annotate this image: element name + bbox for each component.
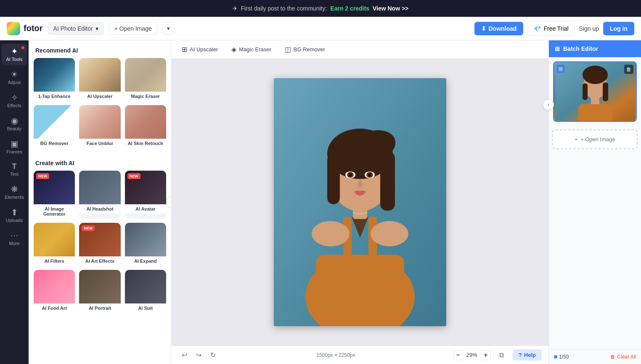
tool-card-magic-eraser-image [125, 58, 166, 92]
sidebar-item-effects-label: Effects [7, 103, 21, 108]
right-sidebar-collapse-button[interactable]: › [543, 99, 554, 110]
uploads-icon: ⬆ [11, 208, 18, 216]
sidebar-item-beauty[interactable]: ◉ Beauty [2, 113, 27, 135]
sidebar-item-ai-tools[interactable]: ✦ AI Tools [2, 44, 27, 65]
help-label: Help [524, 352, 536, 358]
canvas-magic-eraser-label: Magic Eraser [239, 46, 271, 53]
batch-footer: 1/50 🗑 Clear All [549, 349, 641, 364]
create-with-ai-grid: NEW AI Image Generator AI Headshot NEW A… [29, 171, 171, 318]
tool-card-skin-retouch-label: AI Skin Retouch [125, 139, 166, 148]
canvas-area: ⊞ AI Upscaler ◈ Magic Eraser ◫ BG Remove… [172, 40, 548, 364]
banner-view-now-link[interactable]: View Now >> [373, 5, 408, 12]
tool-card-ai-art[interactable]: NEW AI Art Effects [79, 223, 120, 266]
login-label: Log in [610, 25, 628, 32]
magic-eraser-toolbar-icon: ◈ [231, 45, 236, 53]
tool-card-upscaler[interactable]: AI Upscaler [79, 58, 120, 101]
new-badge-ai-art: NEW [82, 225, 95, 231]
trash-icon: 🗑 [610, 354, 615, 360]
svg-point-23 [583, 66, 608, 84]
canvas-bg-remover-button[interactable]: ◫ BG Remover [281, 44, 328, 55]
tool-card-ai-expand[interactable]: AI Expand [125, 223, 166, 266]
tool-card-magic-eraser[interactable]: Magic Eraser [125, 58, 166, 101]
tool-card-more-2[interactable]: AI Portrait [79, 270, 120, 313]
sidebar-item-text-label: Text [10, 171, 19, 177]
tool-card-skin-retouch-image [125, 105, 166, 139]
more-icon: ⋯ [10, 231, 19, 240]
canvas-ai-upscaler-button[interactable]: ⊞ AI Upscaler [178, 44, 221, 55]
tool-card-face-unblur-label: Face Unblur [79, 139, 120, 148]
refresh-button[interactable]: ↻ [207, 349, 219, 361]
clear-all-label: Clear All [617, 354, 636, 360]
page-dot [554, 355, 557, 359]
tool-card-face-unblur[interactable]: Face Unblur [79, 105, 120, 148]
header: fotor AI Photo Editor ▾ + Open Image ▾ ⬇… [0, 17, 641, 40]
login-button[interactable]: Log in [603, 22, 634, 35]
sidebar-item-more[interactable]: ⋯ More [2, 228, 27, 249]
add-image-button[interactable]: + + Open Image [552, 129, 638, 149]
download-label: Download [489, 25, 517, 32]
ai-photo-editor-button[interactable]: AI Photo Editor ▾ [48, 22, 104, 35]
tool-card-ai-headshot-label: AI Headshot [79, 204, 120, 214]
tool-card-ai-filters-label: AI Filters [34, 256, 75, 266]
redo-button[interactable]: ↪ [193, 349, 204, 361]
tool-card-1tap[interactable]: 1-Tap Enhance [34, 58, 75, 101]
tool-card-upscaler-image [79, 58, 120, 92]
canvas-toolbar: ⊞ AI Upscaler ◈ Magic Eraser ◫ BG Remove… [172, 40, 548, 59]
tool-card-ai-image-label: AI Image Generator [34, 204, 75, 219]
tool-card-bg-remover[interactable]: BG Remover [34, 105, 75, 148]
copy-layout-button[interactable]: ⧉ [496, 349, 508, 361]
logo[interactable]: fotor [7, 22, 43, 35]
tool-card-more-3[interactable]: AI Suit [125, 270, 166, 313]
svg-rect-25 [603, 82, 608, 101]
download-icon: ⬇ [481, 25, 486, 32]
sidebar-item-frames[interactable]: ▣ Frames [2, 136, 27, 158]
batch-delete-button[interactable]: 🗑 [624, 65, 633, 74]
undo-button[interactable]: ↩ [178, 349, 190, 361]
tool-card-more-1-image [34, 270, 75, 303]
open-image-button[interactable]: + Open Image [109, 22, 157, 35]
tool-card-ai-expand-label: AI Expand [125, 256, 166, 266]
tool-card-skin-retouch[interactable]: AI Skin Retouch [125, 105, 166, 148]
tool-card-ai-expand-image [125, 223, 166, 256]
tool-card-more-2-image [79, 270, 120, 303]
clear-all-button[interactable]: 🗑 Clear All [610, 354, 636, 360]
free-trial-label: Free Trial [543, 25, 568, 32]
tool-card-face-unblur-image [79, 105, 120, 139]
free-trial-button[interactable]: 💎 Free Trial [527, 21, 575, 36]
frames-icon: ▣ [11, 140, 19, 148]
signup-button[interactable]: Sign up [579, 25, 599, 32]
effects-icon: ✧ [11, 93, 18, 102]
zoom-out-button[interactable]: − [453, 350, 463, 360]
sidebar-item-elements[interactable]: ❋ Elements [2, 182, 27, 203]
sidebar-item-effects[interactable]: ✧ Effects [2, 90, 27, 111]
diamond-icon: 💎 [534, 25, 541, 32]
canvas-magic-eraser-button[interactable]: ◈ Magic Eraser [228, 44, 275, 55]
tool-card-1tap-image [34, 58, 75, 92]
portrait-svg [274, 78, 446, 326]
canvas-image [274, 78, 446, 326]
tool-card-bg-remover-image [34, 105, 75, 139]
help-button[interactable]: ? Help [513, 349, 542, 361]
ai-editor-chevron-icon: ▾ [95, 25, 98, 32]
tool-card-ai-avatar[interactable]: NEW AI Avatar [125, 171, 166, 219]
new-badge-ai-avatar: NEW [127, 173, 140, 179]
sidebar-item-adjust[interactable]: ☀ Adjust [2, 67, 27, 88]
canvas-ai-upscaler-label: AI Upscaler [190, 46, 218, 53]
open-image-dropdown-button[interactable]: ▾ [162, 22, 175, 34]
sidebar-item-text[interactable]: T Text [2, 159, 27, 180]
sidebar-item-ai-tools-label: AI Tools [6, 57, 23, 62]
banner-earn-text: Earn 2 credits [330, 5, 369, 12]
batch-editor-title: Batch Editor [563, 45, 598, 52]
batch-layers-icon: ⊞ [556, 65, 565, 73]
svg-point-15 [348, 173, 352, 177]
svg-point-19 [312, 221, 350, 246]
sidebar-item-uploads[interactable]: ⬆ Uploads [2, 205, 27, 226]
banner-text: First daily post to the community: [241, 5, 327, 12]
tool-card-ai-filters[interactable]: AI Filters [34, 223, 75, 266]
tool-card-ai-headshot[interactable]: AI Headshot [79, 171, 120, 219]
zoom-in-button[interactable]: + [481, 350, 491, 360]
new-badge-ai-image: NEW [36, 173, 49, 179]
tool-card-more-1[interactable]: AI Food Art [34, 270, 75, 313]
tool-card-ai-image[interactable]: NEW AI Image Generator [34, 171, 75, 219]
download-button[interactable]: ⬇ Download [474, 22, 524, 35]
